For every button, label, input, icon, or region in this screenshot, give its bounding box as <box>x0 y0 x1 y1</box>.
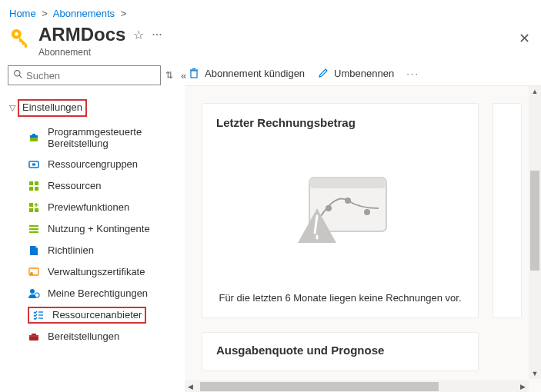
svg-rect-10 <box>35 181 38 185</box>
svg-rect-11 <box>29 187 33 191</box>
cancel-subscription-button[interactable]: Abonnement kündigen <box>188 67 305 79</box>
svg-rect-33 <box>309 178 386 188</box>
breadcrumb-subscriptions[interactable]: Abonnements <box>53 8 115 19</box>
pencil-icon <box>317 67 329 79</box>
key-icon <box>9 27 31 48</box>
svg-point-22 <box>35 293 39 297</box>
empty-billing-illustration <box>216 138 464 286</box>
nav-item-programmatic-deployment[interactable]: Programmgesteuerte Bereitstellung <box>0 121 185 154</box>
chevron-right-icon: > <box>121 8 127 19</box>
svg-rect-16 <box>29 225 38 227</box>
cmd-label: Umbenennen <box>334 68 394 79</box>
nav-item-preview-features[interactable]: Previewfunktionen <box>0 197 185 218</box>
header-more-icon[interactable]: ··· <box>152 28 162 42</box>
policy-doc-icon <box>28 244 40 257</box>
scrollbar-thumb[interactable] <box>200 382 439 391</box>
card-title: Ausgabenquote und Prognose <box>216 344 464 357</box>
svg-rect-13 <box>29 203 33 207</box>
page-title: ARMDocs <box>38 24 125 45</box>
page-header: ARMDocs ☆ ··· Abonnement ✕ <box>0 24 541 62</box>
svg-rect-27 <box>29 335 38 337</box>
favorite-star-icon[interactable]: ☆ <box>133 28 144 42</box>
providers-checklist-icon <box>32 309 45 321</box>
chevron-down-icon: ▽ <box>9 103 15 113</box>
svg-rect-29 <box>191 71 197 78</box>
nav-item-label: Verwaltungszertifikate <box>48 266 145 277</box>
scroll-down-icon[interactable]: ▼ <box>529 370 541 377</box>
nav-item-policies[interactable]: Richtlinien <box>0 240 185 261</box>
search-icon <box>13 69 23 81</box>
svg-point-1 <box>15 32 18 36</box>
permissions-person-icon <box>28 287 40 300</box>
nav-item-label: Bereitstellungen <box>48 331 119 342</box>
nav-item-label: Ressourcengruppen <box>48 158 138 170</box>
svg-rect-15 <box>29 208 33 212</box>
forecast-card: Ausgabenquote und Prognose <box>202 332 479 371</box>
svg-rect-5 <box>30 135 38 138</box>
svg-rect-6 <box>32 134 35 135</box>
resources-grid-icon <box>28 180 40 192</box>
content-scroll-area: Letzter Rechnungsbetrag <box>185 86 541 392</box>
svg-rect-28 <box>32 334 36 335</box>
card-title: Letzter Rechnungsbetrag <box>216 116 464 129</box>
scroll-left-icon[interactable]: ◀ <box>188 380 193 392</box>
nav-item-my-permissions[interactable]: Meine Berechtigungen <box>0 283 185 304</box>
empty-billing-message: Für die letzten 6 Monate liegen keine Re… <box>216 292 464 304</box>
nav-item-deployments[interactable]: Bereitstellungen <box>0 326 185 347</box>
svg-point-2 <box>15 71 20 76</box>
nav-item-resource-providers[interactable]: Ressourcenanbieter <box>0 304 185 326</box>
breadcrumb: Home > Abonnements > <box>0 0 541 24</box>
certificate-icon <box>28 266 40 278</box>
search-input[interactable] <box>26 70 155 81</box>
deployments-toolbox-icon <box>28 331 40 343</box>
nav-item-resources[interactable]: Ressourcen <box>0 175 185 197</box>
svg-rect-17 <box>29 228 38 230</box>
vertical-scrollbar[interactable]: ▲ ▼ <box>529 86 541 379</box>
svg-point-21 <box>30 289 35 294</box>
nav-item-label: Ressourcen <box>48 180 101 191</box>
svg-rect-18 <box>29 231 38 233</box>
svg-point-36 <box>364 209 370 215</box>
nav-group-label: Einstellungen <box>18 99 87 117</box>
chevron-right-icon: > <box>42 8 48 19</box>
nav-item-label: Ressourcenanbieter <box>52 309 142 321</box>
sort-toggle-icon[interactable]: ⇅ <box>165 70 173 81</box>
svg-rect-9 <box>29 181 33 185</box>
nav-item-label: Previewfunktionen <box>48 201 129 213</box>
command-bar: Abonnement kündigen Umbenennen ··· <box>185 62 541 86</box>
cmd-label: Abonnement kündigen <box>205 68 305 79</box>
nav-item-resource-groups[interactable]: Ressourcengruppen <box>0 154 185 175</box>
page-subtitle: Abonnement <box>38 47 532 58</box>
last-billing-card: Letzter Rechnungsbetrag <box>202 103 479 318</box>
nav-item-usage-quotas[interactable]: Nutzung + Kontingente <box>0 218 185 240</box>
sidebar-nav: ▽ Einstellungen Programmgesteuerte Berei… <box>0 91 185 392</box>
preview-plus-icon <box>28 201 40 214</box>
breadcrumb-home[interactable]: Home <box>9 8 36 19</box>
svg-line-3 <box>19 75 22 78</box>
nav-item-label: Richtlinien <box>48 244 94 256</box>
sidebar: ⇅ « ▽ Einstellungen Programmgesteuerte B… <box>0 62 185 392</box>
sidebar-search[interactable] <box>8 65 161 85</box>
svg-rect-12 <box>35 187 38 191</box>
scroll-up-icon[interactable]: ▲ <box>529 88 541 95</box>
nav-item-label: Meine Berechtigungen <box>48 287 148 299</box>
commandbar-more-icon[interactable]: ··· <box>406 68 419 79</box>
nav-group-settings[interactable]: ▽ Einstellungen <box>0 91 185 121</box>
svg-rect-8 <box>32 163 35 165</box>
svg-point-20 <box>30 272 33 275</box>
scroll-right-icon[interactable]: ▶ <box>520 380 526 392</box>
bag-icon <box>28 131 40 144</box>
scrollbar-thumb[interactable] <box>530 171 539 271</box>
svg-rect-14 <box>35 208 38 212</box>
close-icon[interactable]: ✕ <box>519 30 530 47</box>
trash-icon <box>188 67 200 79</box>
nav-item-management-certificates[interactable]: Verwaltungszertifikate <box>0 261 185 283</box>
content-pane: Abonnement kündigen Umbenennen ··· Letzt… <box>185 62 541 392</box>
usage-list-icon <box>28 223 40 235</box>
resource-groups-icon <box>28 158 40 171</box>
nav-item-label: Programmgesteuerte Bereitstellung <box>48 126 177 149</box>
nav-item-label: Nutzung + Kontingente <box>48 223 150 234</box>
next-card-peek <box>493 103 522 318</box>
rename-button[interactable]: Umbenennen <box>317 67 394 79</box>
horizontal-scrollbar[interactable]: ◀ ▶ <box>185 380 529 392</box>
